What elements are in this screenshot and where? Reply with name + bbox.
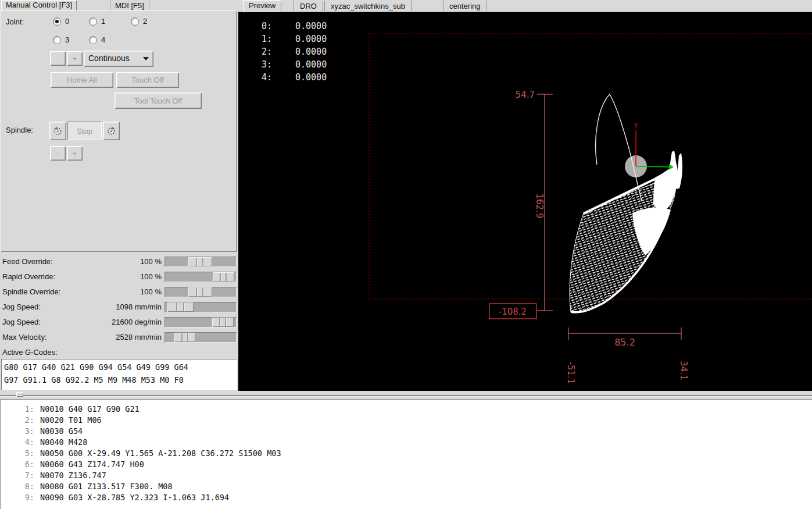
- gcode-line-text: N0040 M428: [40, 437, 87, 448]
- spindle-forward-icon: [106, 124, 116, 137]
- jog-minus-button[interactable]: -: [50, 51, 66, 66]
- thumb-groove: [219, 318, 221, 326]
- gcode-line-text: N0050 G00 X-29.49 Y1.565 A-21.208 C36.27…: [40, 448, 281, 459]
- tab-dro[interactable]: DRO: [294, 1, 323, 11]
- gcode-line-text: N0030 G54: [40, 426, 83, 437]
- y-axis-label: Y: [633, 121, 638, 130]
- joint-radio-1[interactable]: 1: [89, 17, 105, 26]
- jog-plus-button[interactable]: +: [67, 51, 83, 66]
- claw-left: [670, 151, 677, 188]
- divider-grip[interactable]: [16, 392, 23, 397]
- left-tab-bar: Manual Control [F3] MDI [F5]: [0, 0, 237, 10]
- gcode-line-number: 2:: [1, 415, 34, 426]
- active-gcodes-label: Active G-Codes:: [2, 348, 58, 357]
- preview-pane: PreviewDROxyzac_switchkins_subcentering …: [238, 0, 812, 391]
- gcode-line[interactable]: 4:N0040 M428: [1, 437, 812, 448]
- pane-divider[interactable]: [0, 391, 812, 399]
- slider-thumb[interactable]: [188, 257, 212, 266]
- dro-row: 0:0.0000: [257, 20, 327, 33]
- active-gcodes-line-1: G80 G17 G40 G21 G90 G94 G54 G49 G99 G64: [4, 362, 188, 372]
- tab-centering[interactable]: centering: [443, 1, 487, 11]
- spindle-faster-button[interactable]: +: [67, 146, 83, 161]
- slider-label: Max Velocity:: [2, 333, 47, 341]
- gcode-line-number: 5:: [1, 448, 34, 459]
- gcode-line[interactable]: 7:N0070 Z136.747: [1, 470, 812, 481]
- slider-value: 21600 deg/min: [70, 318, 162, 326]
- slider-trough[interactable]: [164, 287, 237, 297]
- slider-trough[interactable]: [164, 302, 237, 312]
- home-all-button[interactable]: Home All: [51, 72, 113, 88]
- y-extent-label: 162.9: [534, 194, 545, 219]
- slider-trough[interactable]: [164, 257, 237, 267]
- spindle-forward-button[interactable]: [103, 122, 120, 140]
- tab-xyzac-switchkins-sub[interactable]: xyzac_switchkins_sub: [324, 1, 412, 11]
- slider-thumb[interactable]: [213, 272, 234, 282]
- tab-mdi[interactable]: MDI [F5]: [110, 1, 149, 10]
- dro-value: 0.0000: [295, 33, 327, 45]
- slider-label: Rapid Override:: [2, 272, 55, 281]
- joint-radio-2[interactable]: 2: [131, 17, 147, 26]
- slider-label: Feed Override:: [2, 257, 53, 266]
- manual-control-panel: Manual Control [F3] MDI [F5] Joint: 012 …: [0, 0, 238, 391]
- dro-row: 3:0.0000: [257, 58, 327, 71]
- gcode-line-number: 7:: [1, 470, 34, 481]
- joint-radio-label: 0: [65, 17, 69, 26]
- jog-mode-dropdown[interactable]: Continuous: [84, 51, 153, 67]
- manual-control-frame: Joint: 012 34 - + Continuous Home All To…: [1, 10, 237, 252]
- gcode-line-number: 4:: [1, 437, 34, 448]
- joint-dro-readout: 0:0.00001:0.00002:0.00003:0.00004:0.0000: [257, 20, 327, 84]
- thumb-groove: [196, 288, 198, 296]
- joint-radio-label: 4: [101, 35, 105, 44]
- slider-thumb[interactable]: [212, 318, 234, 327]
- gcode-program-listing[interactable]: 1:N0010 G40 G17 G90 G212:N0020 T01 M063:…: [0, 399, 812, 509]
- gcode-line[interactable]: 2:N0020 T01 M06: [1, 415, 812, 426]
- gcode-line[interactable]: 6:N0060 G43 Z174.747 H00: [1, 459, 812, 470]
- slider-row-1: Rapid Override:100 %: [0, 271, 238, 283]
- tab-manual-control[interactable]: Manual Control [F3]: [1, 0, 77, 10]
- slider-row-5: Max Velocity:2528 mm/min: [0, 332, 238, 343]
- gcode-line[interactable]: 9:N0090 G03 X-28.785 Y2.323 I-1.063 J1.6…: [1, 492, 812, 503]
- thumb-groove: [202, 288, 204, 296]
- gcode-line-text: N0060 G43 Z174.747 H00: [40, 459, 144, 470]
- dro-row: 4:0.0000: [257, 71, 327, 84]
- slider-thumb[interactable]: [167, 302, 194, 312]
- chevron-down-icon: [141, 55, 151, 63]
- dro-value: 0.0000: [295, 58, 327, 71]
- preview-tab-bar: PreviewDROxyzac_switchkins_subcentering: [238, 0, 812, 12]
- radio-circle-icon: [53, 36, 61, 44]
- gcode-line[interactable]: 8:N0080 G01 Z133.517 F300. M08: [1, 481, 812, 492]
- x-extent-dimension: 85.2 -51.1 34.1: [566, 328, 689, 384]
- x-axis-line: [636, 166, 669, 167]
- divider-line: [0, 395, 812, 397]
- joint-radio-3[interactable]: 3: [53, 35, 69, 44]
- active-gcodes-line-2: G97 G91.1 G8 G92.2 M5 M9 M48 M53 M0 F0: [4, 375, 184, 385]
- x-extent-label: 85.2: [614, 337, 635, 348]
- toolpath-fan: [570, 151, 682, 312]
- slider-thumb[interactable]: [174, 333, 195, 342]
- slider-label: Jog Speed:: [2, 302, 41, 311]
- slider-thumb[interactable]: [188, 287, 212, 297]
- thumb-groove: [181, 333, 183, 341]
- gcode-line-text: N0070 Z136.747: [40, 470, 106, 481]
- y-max-label: 54.7: [516, 90, 535, 100]
- spindle-stop-button[interactable]: Stop: [67, 122, 102, 140]
- slider-trough[interactable]: [164, 272, 237, 282]
- slider-trough[interactable]: [164, 317, 237, 328]
- joint-radio-0[interactable]: 0: [53, 17, 69, 26]
- gcode-line[interactable]: 3:N0030 G54: [1, 426, 812, 437]
- backplot-canvas[interactable]: 0:0.00001:0.00002:0.00003:0.00004:0.0000: [238, 12, 812, 391]
- joint-radio-4[interactable]: 4: [89, 35, 105, 44]
- spindle-reverse-button[interactable]: [49, 122, 66, 140]
- gcode-line[interactable]: 5:N0050 G00 X-29.49 Y1.565 A-21.208 C36.…: [1, 448, 812, 459]
- touch-off-button[interactable]: Touch Off: [116, 72, 179, 88]
- gcode-line[interactable]: 1:N0010 G40 G17 G90 G21: [1, 404, 812, 415]
- spindle-slower-button[interactable]: -: [50, 146, 66, 161]
- dro-row: 1:0.0000: [257, 33, 327, 45]
- dro-value: 0.0000: [295, 20, 327, 33]
- tool-touch-off-button[interactable]: Tool Touch Off: [115, 92, 202, 109]
- tab-preview[interactable]: Preview: [243, 0, 281, 12]
- slider-trough[interactable]: [164, 332, 237, 343]
- spindle-reverse-icon: [53, 124, 63, 137]
- dro-axis-label: 3:: [257, 58, 272, 71]
- dro-axis-label: 2:: [257, 45, 272, 58]
